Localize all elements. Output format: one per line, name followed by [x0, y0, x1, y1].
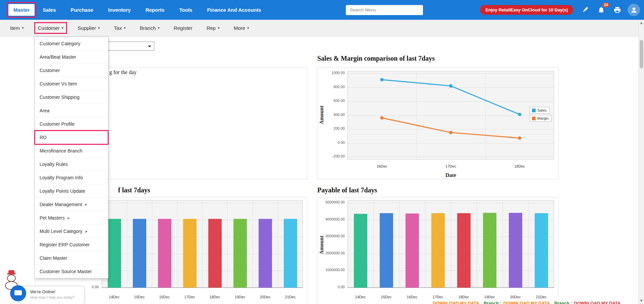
menu-item-label: Loyalty Program Info: [40, 175, 83, 180]
gridline: [477, 200, 477, 288]
promo-badge[interactable]: Enjoy RetailEasy OnCloud for 10 Day(s): [480, 5, 573, 15]
sales-margin-chart-panel: Sales & Margin comparison of last 7days-…: [317, 67, 558, 179]
chart-title: Sales & Margin comparison of last 7days: [317, 55, 435, 62]
menu-item-area[interactable]: Area: [35, 104, 108, 117]
gridline: [347, 143, 554, 143]
menu-item-pet-masters[interactable]: Pet Masters▸: [35, 211, 108, 225]
subnav-item-label: Customer: [38, 25, 60, 31]
menu-item-ro[interactable]: RO: [35, 131, 108, 144]
menu-item-customer-category[interactable]: Customer Category: [35, 37, 108, 50]
bar-18dec: [208, 219, 222, 288]
nav-item-finance-and-accounts[interactable]: Finance And Accounts: [207, 7, 261, 13]
y-axis-label: Amount: [319, 95, 325, 135]
subnav-item-supplier[interactable]: Supplier▾: [75, 23, 103, 33]
vertical-scrollbar[interactable]: [638, 20, 644, 304]
y-tick-label: 800.00: [320, 85, 345, 89]
menu-item-label: Customer Shipping: [40, 95, 79, 100]
user-avatar[interactable]: [628, 4, 640, 16]
menu-item-area-beat-master[interactable]: Area/Beat Master: [35, 50, 108, 64]
search-input[interactable]: [346, 5, 423, 15]
category-label: 16Dec: [372, 164, 392, 168]
nav-item-purchase[interactable]: Purchase: [71, 7, 94, 13]
gridline: [347, 270, 554, 271]
printer-icon[interactable]: [613, 6, 622, 14]
y-tick-label: 1000.00: [320, 71, 345, 75]
subnav-item-more[interactable]: More▾: [231, 23, 252, 33]
bar-20dec: [509, 213, 522, 288]
subnav-item-label: Item: [10, 25, 20, 31]
menu-item-label: RO: [40, 135, 47, 140]
menu-item-customer-source-master[interactable]: Customer Source Master: [35, 265, 108, 278]
y-tick-label: 5000000.00: [320, 200, 345, 204]
subnav-item-rep[interactable]: Rep▾: [204, 23, 222, 33]
brush-icon[interactable]: [581, 6, 589, 14]
gridline: [451, 200, 451, 288]
menu-item-label: Area/Beat Master: [40, 54, 76, 60]
menu-item-label: Customer Source Master: [40, 269, 92, 274]
bell-icon[interactable]: 14: [597, 6, 605, 14]
nav-item-master[interactable]: Master: [8, 4, 35, 16]
category-label: 18Dec: [205, 295, 225, 299]
menu-item-claim-master[interactable]: Claim Master: [35, 251, 108, 265]
subnav-item-item[interactable]: Item▾: [7, 23, 26, 33]
scrollbar-thumb[interactable]: [640, 40, 643, 68]
chat-bubble-icon: [14, 290, 22, 295]
y-tick-label: 0.00: [320, 140, 345, 144]
snowman-hat: [8, 270, 14, 274]
category-label: 19Dec: [230, 295, 250, 299]
main-menu: MasterSalesPurchaseInventoryReportsTools…: [8, 4, 276, 16]
menu-item-register-erp-customer[interactable]: Register ERP Customer: [35, 238, 108, 251]
payable-chart-panel: Payable of last 7days0.001000000.0020000…: [317, 197, 558, 304]
menu-item-label: Register ERP Customer: [40, 242, 90, 247]
menu-item-loyalty-program-info[interactable]: Loyalty Program Info: [35, 171, 108, 184]
legend-swatch: [532, 109, 536, 112]
chart-title: Payable of last 7days: [317, 186, 377, 194]
subnav-item-branch[interactable]: Branch▾: [137, 23, 162, 33]
chat-widget[interactable]: We're Online! How may I help you today?: [21, 287, 84, 304]
nav-item-tools[interactable]: Tools: [179, 7, 192, 13]
nav-item-reports[interactable]: Reports: [146, 7, 165, 13]
subnav-item-register[interactable]: Register: [171, 23, 195, 33]
nav-item-inventory[interactable]: Inventory: [108, 7, 131, 13]
legend-label: Margin: [537, 116, 549, 120]
x-axis-line: [102, 288, 303, 288]
gridline: [253, 200, 253, 288]
nav-item-sales[interactable]: Sales: [43, 7, 56, 13]
menu-item-loyalty-points-update[interactable]: Loyalty Points Update: [35, 184, 108, 198]
ticker-segment: , Branch :: [481, 301, 501, 304]
menu-item-multi-level-category[interactable]: Multi Level Category▸: [35, 225, 108, 238]
category-label: 18Dec: [454, 295, 474, 299]
gridline: [152, 200, 152, 288]
chevron-down-icon: ▾: [218, 26, 220, 30]
scroll-down-arrow-icon[interactable]: [640, 300, 643, 302]
chat-launcher-button[interactable]: [10, 285, 26, 301]
ticker-segment: DOWNLOAD MY DATA: [433, 301, 479, 304]
app-root: MasterSalesPurchaseInventoryReportsTools…: [0, 0, 644, 304]
scroll-up-arrow-icon[interactable]: [640, 22, 643, 24]
menu-item-loyalty-rules[interactable]: Loyalty Rules: [35, 158, 108, 171]
subnav-item-tax[interactable]: Tax▾: [111, 23, 128, 33]
menu-item-customer-vs-item[interactable]: Customer Vs Item: [35, 77, 108, 90]
menu-item-dealer-management[interactable]: Dealer Management▸: [35, 198, 108, 211]
category-label: 16Dec: [155, 295, 175, 299]
menu-item-label: Loyalty Points Update: [40, 188, 85, 194]
bar-21dec: [284, 219, 297, 288]
menu-item-customer-profile[interactable]: Customer Profile: [35, 117, 108, 131]
menu-item-microfinance-branch[interactable]: Microfinance Branch: [35, 144, 108, 158]
chevron-down-icon: ▾: [158, 26, 160, 30]
gridline: [425, 200, 425, 288]
gridline: [373, 200, 374, 288]
menu-item-customer-shipping[interactable]: Customer Shipping: [35, 90, 108, 104]
chevron-right-icon: ▸: [85, 202, 87, 207]
gridline: [347, 87, 554, 88]
category-label: 17Dec: [180, 295, 200, 299]
gridline: [347, 101, 554, 102]
subnav-item-customer[interactable]: Customer▾: [35, 23, 66, 33]
ticker-segment: , Branch :: [552, 301, 572, 304]
gridline: [278, 200, 278, 288]
gridline: [347, 237, 554, 237]
bar-17dec: [431, 213, 445, 288]
top-navbar: MasterSalesPurchaseInventoryReportsTools…: [0, 0, 644, 20]
menu-item-customer[interactable]: Customer: [35, 64, 108, 77]
legend-margin: Margin: [529, 115, 551, 122]
